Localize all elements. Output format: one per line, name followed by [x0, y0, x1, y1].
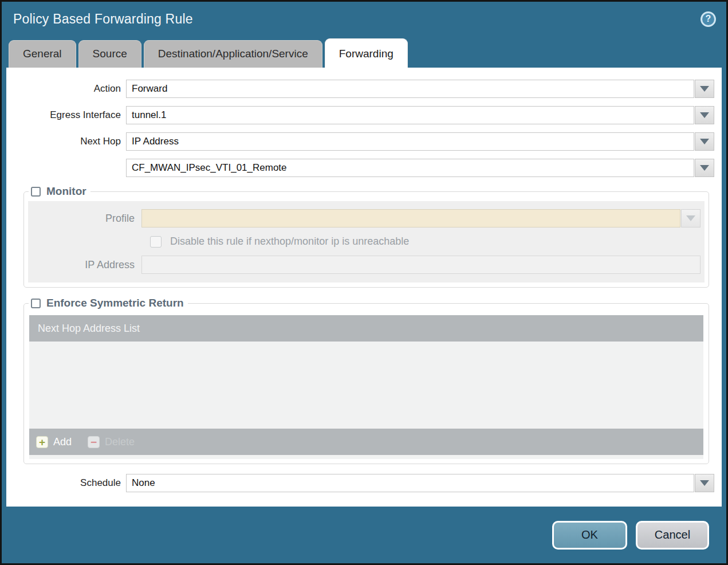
action-row: Action Forward	[13, 80, 714, 98]
monitor-ip-label: IP Address	[28, 259, 141, 271]
table-body[interactable]	[29, 342, 703, 429]
monitor-label: Monitor	[46, 185, 86, 198]
next-hop-label: Next Hop	[13, 136, 126, 147]
action-select[interactable]: Forward	[126, 80, 714, 98]
next-hop-address-value[interactable]: CF_MWAN_IPsec_VTI_01_Remote	[126, 159, 694, 177]
schedule-label: Schedule	[13, 477, 126, 489]
enforce-symmetric-return-label: Enforce Symmetric Return	[46, 297, 184, 309]
table-spacer	[29, 455, 703, 459]
chevron-down-icon[interactable]	[695, 474, 714, 492]
next-hop-row: Next Hop IP Address	[13, 132, 714, 151]
delete-button-label: Delete	[105, 436, 135, 448]
schedule-select[interactable]: None	[126, 474, 714, 492]
monitor-legend: Monitor	[29, 185, 90, 198]
disable-rule-row: Disable this rule if nexthop/monitor ip …	[150, 236, 705, 248]
next-hop-address-table: Next Hop Address List + Add − Delete	[29, 315, 703, 459]
monitor-ip-input	[141, 256, 701, 274]
dialog-title: Policy Based Forwarding Rule	[13, 11, 193, 27]
enforce-legend: Enforce Symmetric Return	[29, 297, 188, 309]
enforce-symmetric-return-checkbox[interactable]	[31, 299, 41, 308]
pbf-rule-dialog: Policy Based Forwarding Rule ? General S…	[0, 0, 728, 565]
monitor-group: Monitor Profile Disable this rule if nex…	[23, 185, 709, 288]
cancel-button[interactable]: Cancel	[636, 521, 709, 550]
tab-bar: General Source Destination/Application/S…	[2, 36, 726, 68]
schedule-value[interactable]: None	[126, 474, 694, 492]
forwarding-tab-panel: Action Forward Egress Interface tunnel.1…	[6, 68, 722, 507]
next-hop-address-row: CF_MWAN_IPsec_VTI_01_Remote	[13, 159, 714, 177]
egress-interface-value[interactable]: tunnel.1	[126, 106, 694, 124]
add-button-label: Add	[53, 436, 72, 448]
help-icon[interactable]: ?	[701, 11, 716, 27]
monitor-checkbox[interactable]	[31, 187, 41, 197]
chevron-down-icon[interactable]	[695, 132, 714, 151]
profile-value	[141, 209, 680, 227]
tab-source[interactable]: Source	[78, 40, 141, 68]
tab-forwarding[interactable]: Forwarding	[325, 38, 408, 68]
enforce-symmetric-return-group: Enforce Symmetric Return Next Hop Addres…	[23, 297, 709, 464]
profile-row: Profile	[28, 209, 705, 227]
chevron-down-icon[interactable]	[695, 159, 714, 177]
disable-rule-checkbox	[150, 236, 162, 248]
egress-interface-select[interactable]: tunnel.1	[126, 106, 714, 124]
tab-general[interactable]: General	[9, 40, 76, 68]
table-toolbar: + Add − Delete	[29, 429, 703, 455]
chevron-down-icon	[681, 209, 701, 227]
dialog-footer: OK Cancel	[2, 507, 726, 563]
profile-label: Profile	[28, 213, 141, 225]
ok-button[interactable]: OK	[552, 521, 627, 550]
action-label: Action	[13, 83, 126, 95]
add-button[interactable]: + Add	[36, 436, 72, 448]
title-bar: Policy Based Forwarding Rule ?	[2, 2, 726, 36]
egress-interface-row: Egress Interface tunnel.1	[13, 106, 714, 124]
monitor-ip-row: IP Address	[28, 256, 705, 274]
next-hop-type-select[interactable]: IP Address	[126, 132, 714, 151]
egress-interface-label: Egress Interface	[13, 109, 126, 121]
next-hop-type-value[interactable]: IP Address	[126, 132, 694, 151]
chevron-down-icon[interactable]	[695, 106, 714, 124]
plus-icon: +	[36, 436, 48, 448]
profile-select	[141, 209, 701, 227]
chevron-down-icon[interactable]	[695, 80, 714, 98]
action-value[interactable]: Forward	[126, 80, 694, 98]
schedule-row: Schedule None	[13, 474, 714, 492]
next-hop-address-select[interactable]: CF_MWAN_IPsec_VTI_01_Remote	[126, 159, 714, 177]
tab-destination-application-service[interactable]: Destination/Application/Service	[144, 40, 322, 68]
delete-button: − Delete	[88, 436, 135, 448]
minus-icon: −	[88, 436, 100, 448]
monitor-panel: Profile Disable this rule if nexthop/mon…	[28, 201, 705, 282]
table-header: Next Hop Address List	[29, 315, 703, 342]
disable-rule-label: Disable this rule if nexthop/monitor ip …	[170, 236, 409, 248]
